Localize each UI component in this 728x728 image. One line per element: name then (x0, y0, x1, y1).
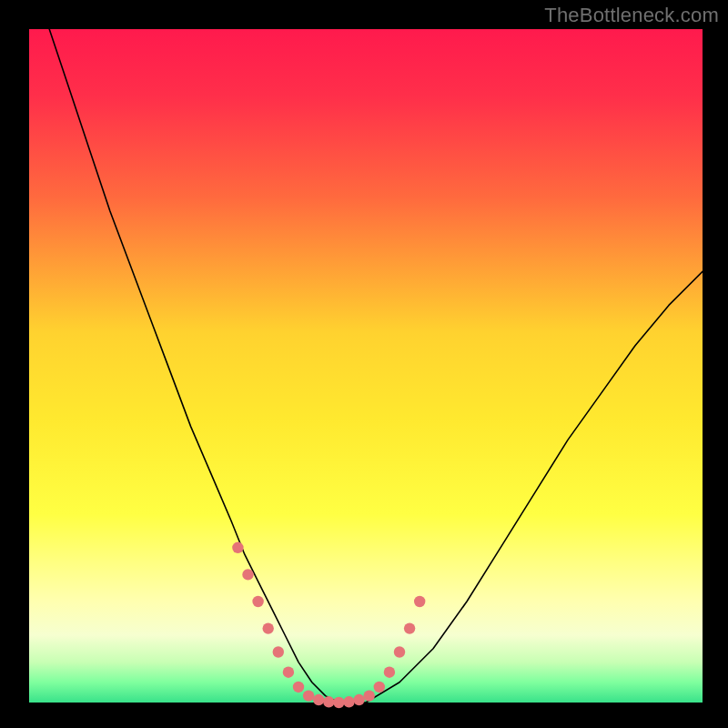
highlight-dot (313, 694, 324, 705)
highlight-dot (414, 596, 425, 607)
watermark-text: TheBottleneck.com (544, 4, 719, 27)
highlight-dot (273, 646, 284, 657)
highlight-dot (353, 694, 364, 705)
highlight-dot (404, 622, 415, 633)
highlight-dot (263, 622, 274, 633)
highlight-dot (283, 667, 294, 678)
highlight-dot (394, 646, 405, 657)
highlight-dot (384, 667, 395, 678)
highlight-dot (252, 596, 263, 607)
highlight-dot (242, 569, 253, 580)
highlight-dot (293, 682, 304, 693)
chart-frame: TheBottleneck.com (0, 0, 728, 728)
highlight-dot (364, 690, 375, 701)
highlight-dot (343, 696, 354, 707)
highlight-dot (303, 690, 314, 701)
highlight-dot (323, 696, 334, 707)
highlight-dot (232, 542, 243, 553)
bottleneck-chart (0, 0, 728, 728)
highlight-dot (333, 697, 344, 708)
plot-background (29, 29, 703, 703)
highlight-dot (374, 682, 385, 693)
